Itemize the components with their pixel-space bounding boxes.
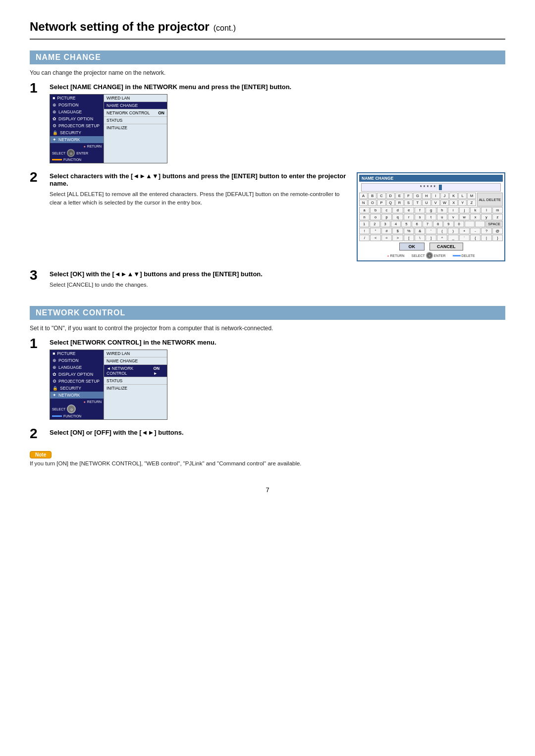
char-P[interactable]: P bbox=[377, 200, 385, 206]
char-8[interactable]: 8 bbox=[433, 221, 443, 227]
char-q2[interactable]: ? bbox=[481, 228, 491, 234]
char-c[interactable]: c bbox=[381, 207, 392, 213]
char-k[interactable]: k bbox=[470, 207, 481, 213]
char-0[interactable]: 0 bbox=[454, 221, 464, 227]
char-hash[interactable]: # bbox=[381, 228, 392, 234]
char-rbrace[interactable]: } bbox=[492, 235, 503, 241]
char-r[interactable]: r bbox=[404, 214, 414, 220]
char-p1[interactable] bbox=[465, 221, 475, 227]
char-F[interactable]: F bbox=[404, 193, 413, 199]
char-3[interactable]: 3 bbox=[380, 221, 390, 227]
nc-step-1-number: 1 bbox=[30, 337, 45, 351]
char-w[interactable]: w bbox=[459, 214, 470, 220]
dialog-ok-button[interactable]: OK bbox=[399, 243, 425, 251]
char-Z[interactable]: Z bbox=[467, 200, 476, 206]
char-Y[interactable]: Y bbox=[458, 200, 467, 206]
char-at[interactable]: @ bbox=[492, 228, 503, 234]
char-plus[interactable]: + bbox=[459, 228, 470, 234]
char-I[interactable]: I bbox=[431, 193, 440, 199]
char-T[interactable]: T bbox=[413, 200, 422, 206]
nc-right-item-namechange: NAME CHANGE bbox=[104, 357, 167, 365]
char-M[interactable]: M bbox=[467, 193, 476, 199]
char-y[interactable]: y bbox=[481, 214, 491, 220]
char-p[interactable]: p bbox=[381, 214, 392, 220]
char-eq[interactable]: = bbox=[381, 235, 392, 241]
char-1[interactable]: 1 bbox=[359, 221, 369, 227]
char-pipe[interactable]: | bbox=[481, 235, 491, 241]
char-under[interactable]: _ bbox=[448, 235, 458, 241]
char-amp[interactable]: & bbox=[415, 228, 425, 234]
char-rparen[interactable]: ) bbox=[448, 228, 458, 234]
char-H[interactable]: H bbox=[422, 193, 430, 199]
dialog-title: NAME CHANGE bbox=[359, 175, 503, 182]
dialog-return-ctrl: ●RETURN bbox=[387, 254, 404, 257]
char-n[interactable]: n bbox=[359, 214, 370, 220]
char-4[interactable]: 4 bbox=[391, 221, 401, 227]
char-lbrace[interactable]: { bbox=[470, 235, 481, 241]
char-G[interactable]: G bbox=[413, 193, 422, 199]
char-K[interactable]: K bbox=[449, 193, 458, 199]
char-L[interactable]: L bbox=[458, 193, 467, 199]
space-button[interactable]: SPACE bbox=[485, 221, 503, 227]
char-s[interactable]: s bbox=[415, 214, 425, 220]
char-l[interactable]: l bbox=[481, 207, 491, 213]
char-v[interactable]: v bbox=[448, 214, 458, 220]
char-btick[interactable]: ` bbox=[459, 235, 470, 241]
all-delete-button[interactable]: ALL DELETE bbox=[477, 193, 503, 206]
char-f[interactable]: f bbox=[415, 207, 425, 213]
char-J[interactable]: J bbox=[440, 193, 449, 199]
char-V[interactable]: V bbox=[431, 200, 440, 206]
char-quot[interactable]: " bbox=[370, 228, 380, 234]
char-q[interactable]: q bbox=[392, 214, 403, 220]
char-W[interactable]: W bbox=[440, 200, 449, 206]
char-pct[interactable]: % bbox=[404, 228, 414, 234]
char-lparen[interactable]: ( bbox=[437, 228, 447, 234]
char-R[interactable]: R bbox=[395, 200, 404, 206]
char-5[interactable]: 5 bbox=[401, 221, 411, 227]
char-caret[interactable]: ^ bbox=[437, 235, 447, 241]
char-B[interactable]: B bbox=[368, 193, 376, 199]
char-7[interactable]: 7 bbox=[423, 221, 432, 227]
char-S[interactable]: S bbox=[404, 200, 413, 206]
char-apos[interactable]: ' bbox=[426, 228, 436, 234]
dialog-cancel-button[interactable]: CANCEL bbox=[429, 243, 463, 251]
char-p2[interactable] bbox=[475, 221, 485, 227]
char-i[interactable]: i bbox=[448, 207, 458, 213]
char-lbrack[interactable]: [ bbox=[404, 235, 414, 241]
char-9[interactable]: 9 bbox=[443, 221, 453, 227]
char-dollar[interactable]: $ bbox=[392, 228, 403, 234]
char-bslash[interactable]: \ bbox=[415, 235, 425, 241]
char-excl[interactable]: ! bbox=[359, 228, 370, 234]
char-rbrack[interactable]: ] bbox=[426, 235, 436, 241]
char-o[interactable]: o bbox=[370, 214, 380, 220]
char-lt[interactable]: < bbox=[370, 235, 380, 241]
char-O[interactable]: O bbox=[368, 200, 376, 206]
char-h[interactable]: h bbox=[437, 207, 447, 213]
nc-right-item-init: INITIALIZE bbox=[104, 385, 167, 392]
char-U[interactable]: U bbox=[422, 200, 430, 206]
char-z[interactable]: z bbox=[492, 214, 503, 220]
char-N[interactable]: N bbox=[359, 200, 368, 206]
char-E[interactable]: E bbox=[395, 193, 404, 199]
char-A[interactable]: A bbox=[359, 193, 368, 199]
char-C[interactable]: C bbox=[377, 193, 385, 199]
char-t[interactable]: t bbox=[426, 214, 436, 220]
char-slash[interactable]: / bbox=[359, 235, 370, 241]
char-Q[interactable]: Q bbox=[386, 200, 395, 206]
char-X[interactable]: X bbox=[449, 200, 458, 206]
char-gt[interactable]: > bbox=[392, 235, 403, 241]
char-a[interactable]: a bbox=[359, 207, 370, 213]
char-d[interactable]: d bbox=[392, 207, 403, 213]
char-minus[interactable]: - bbox=[470, 228, 481, 234]
char-x[interactable]: x bbox=[470, 214, 481, 220]
char-b[interactable]: b bbox=[370, 207, 380, 213]
char-6[interactable]: 6 bbox=[412, 221, 422, 227]
char-D[interactable]: D bbox=[386, 193, 395, 199]
char-e[interactable]: e bbox=[404, 207, 414, 213]
char-u[interactable]: u bbox=[437, 214, 447, 220]
char-j[interactable]: j bbox=[459, 207, 470, 213]
char-m[interactable]: m bbox=[492, 207, 503, 213]
char-2[interactable]: 2 bbox=[370, 221, 379, 227]
char-g[interactable]: g bbox=[426, 207, 436, 213]
network-control-desc: Set it to "ON", if you want to control t… bbox=[30, 325, 505, 332]
